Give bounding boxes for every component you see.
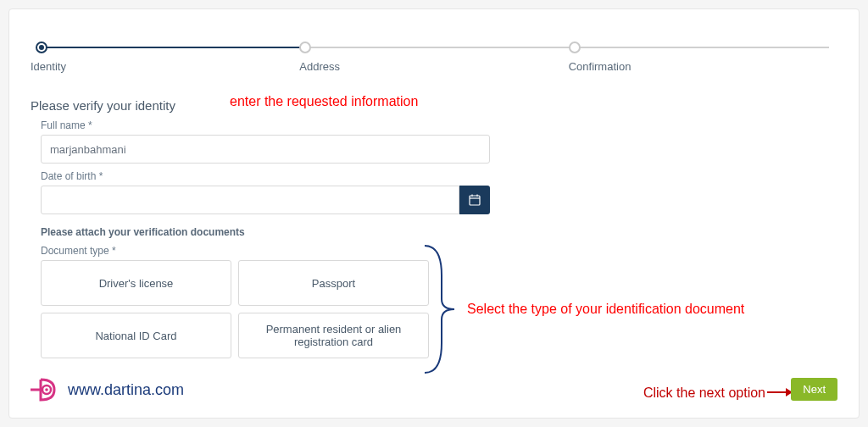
step-confirmation: Confirmation bbox=[569, 42, 837, 73]
doc-drivers-license[interactable]: Driver's license bbox=[41, 260, 231, 306]
step-label-identity: Identity bbox=[31, 60, 66, 73]
doc-passport[interactable]: Passport bbox=[238, 260, 429, 306]
fullname-label: Full name * bbox=[41, 119, 837, 131]
dob-label: Date of birth * bbox=[41, 170, 837, 182]
svg-point-8 bbox=[45, 388, 48, 391]
fullname-input[interactable] bbox=[41, 135, 490, 164]
doctype-label: Document type * bbox=[41, 245, 837, 257]
arrow-icon bbox=[767, 387, 793, 397]
footer-brand: www.dartina.com bbox=[31, 377, 184, 402]
section-heading: Please verify your identity bbox=[31, 98, 837, 113]
doc-permanent-resident[interactable]: Permanent resident or alien registration… bbox=[238, 313, 429, 358]
calendar-button[interactable] bbox=[459, 186, 490, 214]
brand-url: www.dartina.com bbox=[68, 381, 184, 399]
progress-bar: Identity Address Confirmation bbox=[31, 42, 837, 73]
svg-rect-0 bbox=[470, 196, 480, 205]
dob-input[interactable] bbox=[41, 186, 459, 214]
step-label-confirmation: Confirmation bbox=[569, 60, 632, 73]
brand-logo-icon bbox=[31, 377, 59, 402]
step-identity: Identity bbox=[31, 42, 299, 73]
step-address: Address bbox=[299, 42, 568, 73]
next-button[interactable]: Next bbox=[791, 378, 837, 401]
doc-national-id[interactable]: National ID Card bbox=[41, 313, 231, 358]
verification-card: Identity Address Confirmation Please ver… bbox=[8, 8, 860, 419]
step-label-address: Address bbox=[299, 60, 340, 73]
annotation-click-next: Click the next option bbox=[643, 385, 765, 401]
calendar-icon bbox=[469, 194, 481, 206]
attach-label: Please attach your verification document… bbox=[41, 226, 837, 238]
